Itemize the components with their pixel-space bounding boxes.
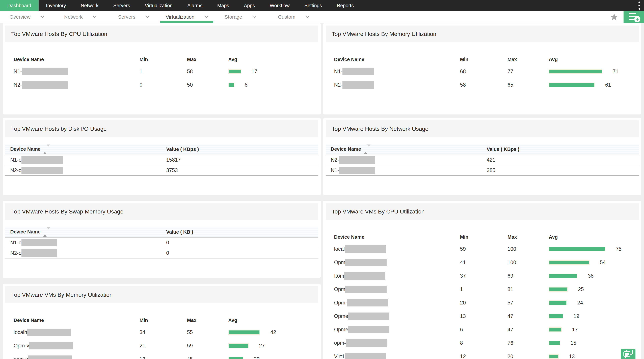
top-nav-item[interactable]: Virtualization [137, 0, 180, 11]
table-row: opm-v 13 45 20 [14, 352, 316, 359]
col-device-name[interactable]: Device Name [331, 146, 487, 152]
min-value: 0 [140, 82, 187, 88]
dashboard-tab[interactable]: Custom [267, 11, 320, 23]
device-name-link[interactable]: localh [14, 329, 27, 335]
device-name-link[interactable]: N1-o [10, 157, 22, 163]
chevron-down-icon [146, 15, 149, 18]
widget-table: Device Name Min Max Avg N1- 68 77 71 [323, 45, 641, 92]
device-name-link[interactable]: Itom [334, 273, 344, 279]
dashboard-tab[interactable]: Virtualization [160, 11, 213, 23]
table-row: local 59 100 75 [334, 242, 636, 256]
avg-bar [228, 330, 260, 335]
favorite-star-icon[interactable]: ★ [605, 12, 624, 22]
avg-bar [549, 83, 595, 87]
table-row: Opm 41 100 54 [334, 256, 636, 269]
add-widget-button[interactable]: + [624, 11, 644, 23]
more-options-kebab-icon[interactable] [636, 1, 642, 11]
table-row: Opme 6 47 17 [334, 323, 636, 336]
max-value: 100 [508, 259, 549, 265]
max-value: 58 [187, 69, 228, 75]
dashboard-tab-label: Overview [10, 14, 30, 20]
device-name-link[interactable]: Opm-v [14, 343, 29, 349]
top-nav-item[interactable]: Settings [297, 0, 330, 11]
sort-icon [364, 147, 370, 152]
top-nav-item[interactable]: Dashboard [0, 0, 38, 11]
device-name-link[interactable]: N1- [331, 167, 339, 173]
avg-value: 75 [616, 246, 622, 252]
dashboard-tab[interactable]: Storage [213, 11, 267, 23]
col-value[interactable]: Value ( KBps ) [487, 147, 639, 152]
col-device-name[interactable]: Device Name [10, 146, 166, 152]
avg-value: 38 [588, 273, 594, 279]
max-value: 65 [508, 82, 549, 88]
min-value: 59 [460, 246, 508, 252]
col-avg: Avg [228, 317, 316, 323]
top-nav-item-label: Settings [304, 3, 322, 9]
device-name-link[interactable]: N1-o [10, 240, 22, 246]
table-header-row: Device Name Min Max Avg [334, 232, 636, 242]
device-name-link[interactable]: opm- [334, 340, 346, 346]
table-row: N2-o 0 [5, 248, 318, 258]
chevron-down-icon [93, 15, 96, 18]
device-name-link[interactable]: Opm- [334, 300, 347, 306]
top-nav-item[interactable]: Reports [330, 0, 361, 11]
top-nav-item[interactable]: Workflow [262, 0, 297, 11]
col-value[interactable]: Value ( KB ) [166, 229, 318, 235]
min-value: 13 [460, 313, 508, 319]
min-value: 12 [460, 353, 508, 359]
dashboard-tab-label: Storage [224, 14, 242, 20]
top-nav-item[interactable]: Inventory [38, 0, 73, 11]
table-row: Opm 1 81 25 [334, 283, 636, 296]
top-nav-item[interactable]: Network [73, 0, 106, 11]
redacted-device-name [22, 81, 68, 89]
col-device-name[interactable]: Device Name [10, 229, 166, 235]
redacted-device-name [347, 299, 388, 306]
widget-header: Top VMware Hosts By CPU Utilization [5, 26, 318, 42]
device-name-link[interactable]: Opme [334, 313, 348, 319]
table-row: N2- 0 50 8 [14, 78, 316, 92]
table-header-row: Device Name Min Max Avg [14, 54, 316, 65]
redacted-device-name [344, 272, 386, 280]
redacted-device-name [27, 329, 71, 336]
col-max: Max [508, 57, 549, 62]
dashboard-tab[interactable]: Servers [107, 11, 160, 23]
col-min: Min [140, 317, 187, 323]
device-name-link[interactable]: N1- [334, 69, 342, 75]
min-value: 37 [460, 273, 508, 279]
device-name-link[interactable]: N2-o [10, 167, 22, 173]
device-name-link[interactable]: Opm [334, 286, 345, 292]
widget-header: Top VMware Hosts By Network Usage [326, 120, 639, 137]
redacted-device-name [346, 339, 387, 347]
avg-bar [228, 343, 249, 348]
col-max: Max [187, 317, 228, 323]
device-name-link[interactable]: opm-v [14, 356, 28, 359]
device-name-link[interactable]: Opme [334, 327, 348, 333]
top-nav-item[interactable]: Apps [236, 0, 262, 11]
col-value[interactable]: Value ( KBps ) [166, 147, 318, 152]
redacted-device-name [342, 68, 374, 75]
device-name-link[interactable]: Opm [334, 259, 345, 265]
dashboard-tab[interactable]: Overview [0, 11, 53, 23]
chevron-down-icon [41, 15, 44, 18]
chat-feedback-button[interactable] [621, 348, 636, 359]
redacted-device-name [22, 156, 63, 164]
device-name-link[interactable]: N2- [14, 82, 22, 88]
top-nav-item[interactable]: Alarms [180, 0, 210, 11]
redacted-device-name [339, 167, 375, 174]
device-name-link[interactable]: N1- [14, 69, 22, 75]
widget-header: Top VMware Hosts By Swap Memory Usage [5, 203, 318, 220]
device-name-link[interactable]: N2-o [10, 250, 22, 256]
table-row: Virt1 12 20 13 [334, 350, 636, 359]
device-name-link[interactable]: local [334, 246, 345, 252]
max-value: 47 [508, 327, 549, 333]
widget-table: Device Name Min Max Avg localh 34 55 42 [3, 305, 321, 359]
avg-value: 13 [569, 353, 575, 359]
dashboard-tab[interactable]: Network [53, 11, 107, 23]
top-nav-item[interactable]: Servers [106, 0, 138, 11]
device-name-link[interactable]: N2- [331, 157, 339, 163]
top-nav-item-label: Reports [337, 3, 354, 9]
device-name-link[interactable]: Virt1 [334, 353, 345, 359]
device-name-link[interactable]: N2- [334, 82, 342, 88]
min-value: 34 [140, 329, 187, 335]
top-nav-item[interactable]: Maps [210, 0, 236, 11]
